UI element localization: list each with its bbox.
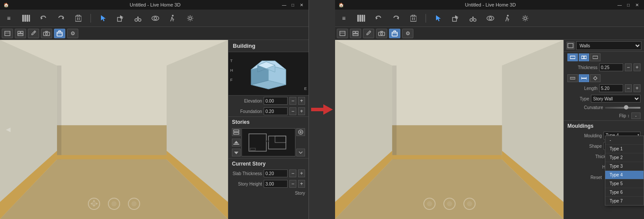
left-floor-btn[interactable] [2, 29, 13, 38]
dropdown-item-none[interactable]: - [605, 136, 644, 145]
length-plus-btn[interactable]: + [634, 84, 641, 92]
svg-marker-75 [323, 104, 333, 115]
curvature-slider[interactable] [605, 107, 641, 109]
left-library-icon[interactable] [21, 13, 31, 23]
right-select-icon[interactable] [433, 13, 443, 23]
foundation-plus-btn[interactable]: + [298, 107, 305, 115]
story-btn1[interactable] [296, 128, 305, 136]
right-delete-icon[interactable] [408, 13, 419, 23]
story-height-plus-btn[interactable]: + [298, 180, 305, 188]
thickness-row: Thickness − + [564, 62, 644, 73]
foundation-row: Foundation − + [228, 106, 309, 116]
type-select[interactable]: Story Wall [591, 95, 641, 103]
flip-btn[interactable]: - [631, 113, 641, 119]
svg-line-26 [192, 20, 193, 20]
seg-btn-right[interactable] [590, 53, 600, 61]
left-undo-icon[interactable] [38, 13, 49, 23]
dropdown-item-type7[interactable]: Type 7 [605, 197, 644, 205]
left-close-btn[interactable]: ✕ [298, 1, 305, 8]
length-input[interactable] [599, 84, 623, 92]
svg-line-25 [188, 16, 189, 17]
right-package-btn[interactable] [389, 29, 400, 38]
right-camera-btn[interactable] [376, 29, 387, 38]
story-add-btn[interactable] [232, 128, 241, 136]
length-seg-btn2[interactable] [579, 74, 589, 82]
svg-rect-31 [18, 31, 20, 33]
right-minimize-btn[interactable]: — [616, 1, 623, 8]
right-multiselect-icon[interactable] [450, 13, 461, 23]
building-panel: Building T H F E [228, 40, 309, 219]
walls-type-select[interactable]: Walls [576, 41, 641, 50]
seg-btn-mid[interactable] [579, 53, 589, 61]
left-minimize-btn[interactable]: — [281, 1, 288, 8]
right-view-icon[interactable] [485, 13, 496, 23]
dropdown-item-type5[interactable]: Type 5 [605, 179, 644, 188]
right-sep1 [426, 14, 426, 23]
story-height-input[interactable] [264, 180, 288, 188]
thickness-plus-btn[interactable]: + [634, 63, 641, 71]
right-viewport[interactable] [335, 40, 564, 219]
thickness-minus-btn[interactable]: − [625, 63, 632, 71]
slab-plus-btn[interactable]: + [298, 169, 305, 177]
thickness-input[interactable] [599, 63, 623, 71]
right-maximize-btn[interactable]: □ [625, 1, 632, 8]
foundation-label: Foundation [232, 109, 262, 114]
left-multiselect-icon[interactable] [115, 13, 126, 23]
dropdown-item-type3[interactable]: Type 3 [605, 162, 644, 171]
right-library-icon[interactable] [356, 13, 366, 23]
right-settings-btn[interactable]: ⚙ [402, 29, 413, 38]
left-maximize-btn[interactable]: □ [289, 1, 296, 8]
left-package-btn[interactable] [54, 29, 65, 38]
right-floor-btn[interactable] [337, 29, 348, 38]
right-undo-icon[interactable] [373, 13, 384, 23]
story-height-minus-btn[interactable]: − [289, 180, 296, 188]
right-scissors-icon[interactable] [468, 13, 478, 23]
elevation-minus-btn[interactable]: − [289, 97, 296, 105]
left-redo-icon[interactable] [56, 13, 66, 23]
seg-btn-left[interactable] [567, 53, 578, 61]
right-pencil-btn[interactable] [363, 29, 374, 38]
slab-thickness-input[interactable] [264, 169, 288, 177]
left-settings-btn[interactable]: ⚙ [67, 29, 78, 38]
length-label: Length [567, 86, 597, 91]
left-room-btn[interactable] [15, 29, 26, 38]
left-view-icon[interactable] [150, 13, 161, 23]
elevation-plus-btn[interactable]: + [298, 97, 305, 105]
svg-line-104 [523, 20, 524, 20]
left-select-icon[interactable] [98, 13, 108, 23]
elevation-input[interactable] [264, 97, 288, 105]
foundation-input[interactable] [264, 107, 288, 115]
right-room-btn[interactable] [350, 29, 361, 38]
elevation-row: Elevation − + [228, 96, 309, 106]
story-move-down-btn[interactable] [232, 149, 241, 156]
right-menu-icon[interactable]: ≡ [339, 13, 349, 23]
length-seg-btn3[interactable] [590, 74, 600, 82]
svg-rect-112 [392, 32, 397, 36]
left-delete-icon[interactable] [73, 13, 84, 23]
svg-point-126 [467, 201, 472, 206]
building-preview: T H F E [228, 52, 309, 96]
story-move-up-btn[interactable] [232, 139, 241, 146]
left-scissors-icon[interactable] [133, 13, 143, 23]
length-minus-btn[interactable]: − [625, 84, 632, 92]
right-sun-icon[interactable] [520, 13, 530, 23]
left-camera-btn[interactable] [41, 29, 52, 38]
svg-rect-77 [359, 15, 361, 22]
left-pencil-btn[interactable] [28, 29, 39, 38]
left-sun-icon[interactable] [185, 13, 195, 23]
right-walk-icon[interactable] [503, 13, 513, 23]
curvature-slider-thumb[interactable] [624, 105, 628, 110]
dropdown-item-type2[interactable]: Type 2 [605, 153, 644, 162]
dropdown-item-type4[interactable]: Type 4 [605, 171, 644, 179]
slab-minus-btn[interactable]: − [289, 169, 296, 177]
length-seg-btn1[interactable] [567, 74, 578, 82]
right-close-btn[interactable]: ✕ [634, 1, 641, 8]
foundation-minus-btn[interactable]: − [289, 107, 296, 115]
right-redo-icon[interactable] [391, 13, 401, 23]
left-walk-icon[interactable] [168, 13, 178, 23]
dropdown-item-type1[interactable]: Type 1 [605, 145, 644, 153]
left-viewport[interactable]: ▲▼◄► ◄ [0, 40, 228, 219]
left-menu-icon[interactable]: ≡ [3, 13, 14, 23]
dropdown-item-type6[interactable]: Type 6 [605, 188, 644, 197]
story-btn2[interactable] [296, 149, 305, 156]
